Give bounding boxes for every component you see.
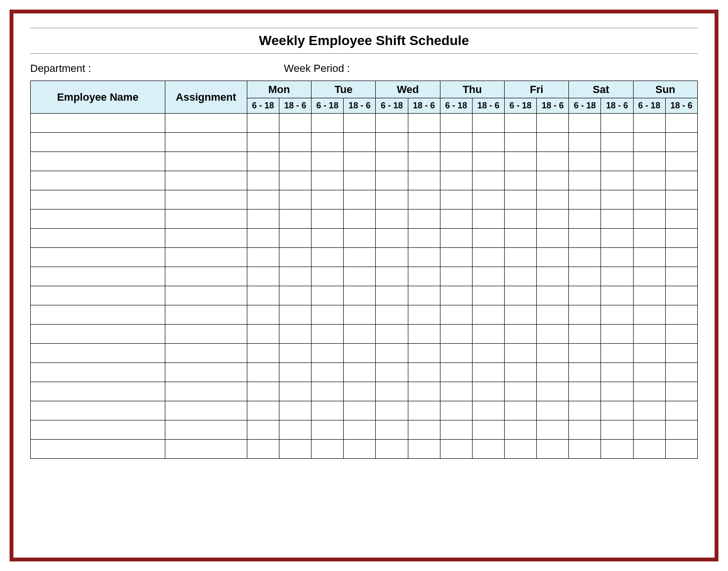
table-cell[interactable] xyxy=(344,152,376,171)
table-cell[interactable] xyxy=(31,190,165,210)
table-cell[interactable] xyxy=(165,286,247,305)
table-cell[interactable] xyxy=(344,382,376,401)
table-cell[interactable] xyxy=(31,420,165,440)
table-cell[interactable] xyxy=(665,229,697,248)
table-cell[interactable] xyxy=(344,190,376,210)
table-cell[interactable] xyxy=(601,420,633,440)
table-cell[interactable] xyxy=(505,114,537,133)
table-cell[interactable] xyxy=(665,152,697,171)
table-cell[interactable] xyxy=(247,114,279,133)
table-cell[interactable] xyxy=(537,344,569,363)
table-cell[interactable] xyxy=(537,248,569,267)
table-cell[interactable] xyxy=(376,114,408,133)
table-cell[interactable] xyxy=(537,190,569,210)
table-cell[interactable] xyxy=(408,114,440,133)
table-cell[interactable] xyxy=(472,133,504,152)
table-cell[interactable] xyxy=(505,152,537,171)
table-cell[interactable] xyxy=(312,286,344,305)
table-cell[interactable] xyxy=(665,363,697,382)
table-cell[interactable] xyxy=(440,210,472,229)
table-cell[interactable] xyxy=(633,190,665,210)
table-cell[interactable] xyxy=(279,171,311,190)
table-cell[interactable] xyxy=(665,305,697,325)
table-cell[interactable] xyxy=(279,229,311,248)
table-cell[interactable] xyxy=(376,344,408,363)
table-cell[interactable] xyxy=(665,382,697,401)
table-cell[interactable] xyxy=(665,325,697,344)
table-cell[interactable] xyxy=(633,286,665,305)
table-cell[interactable] xyxy=(247,286,279,305)
table-cell[interactable] xyxy=(344,440,376,459)
table-cell[interactable] xyxy=(440,171,472,190)
table-cell[interactable] xyxy=(440,401,472,420)
table-cell[interactable] xyxy=(472,286,504,305)
table-cell[interactable] xyxy=(601,382,633,401)
table-cell[interactable] xyxy=(472,229,504,248)
table-cell[interactable] xyxy=(601,114,633,133)
table-cell[interactable] xyxy=(633,229,665,248)
table-cell[interactable] xyxy=(165,420,247,440)
table-cell[interactable] xyxy=(472,171,504,190)
table-cell[interactable] xyxy=(601,133,633,152)
table-cell[interactable] xyxy=(569,344,601,363)
table-cell[interactable] xyxy=(165,363,247,382)
table-cell[interactable] xyxy=(537,420,569,440)
table-cell[interactable] xyxy=(472,382,504,401)
table-cell[interactable] xyxy=(408,382,440,401)
table-cell[interactable] xyxy=(279,344,311,363)
table-cell[interactable] xyxy=(505,401,537,420)
table-cell[interactable] xyxy=(505,229,537,248)
table-cell[interactable] xyxy=(569,363,601,382)
table-cell[interactable] xyxy=(472,440,504,459)
table-cell[interactable] xyxy=(472,325,504,344)
table-cell[interactable] xyxy=(472,363,504,382)
table-cell[interactable] xyxy=(472,305,504,325)
table-cell[interactable] xyxy=(31,267,165,286)
table-cell[interactable] xyxy=(31,114,165,133)
table-cell[interactable] xyxy=(31,286,165,305)
table-cell[interactable] xyxy=(312,229,344,248)
table-cell[interactable] xyxy=(601,440,633,459)
table-cell[interactable] xyxy=(408,305,440,325)
table-cell[interactable] xyxy=(440,229,472,248)
table-cell[interactable] xyxy=(633,420,665,440)
table-cell[interactable] xyxy=(665,210,697,229)
table-cell[interactable] xyxy=(569,420,601,440)
table-cell[interactable] xyxy=(247,401,279,420)
table-cell[interactable] xyxy=(665,133,697,152)
table-cell[interactable] xyxy=(633,382,665,401)
table-cell[interactable] xyxy=(376,401,408,420)
table-cell[interactable] xyxy=(505,440,537,459)
table-cell[interactable] xyxy=(376,420,408,440)
table-cell[interactable] xyxy=(165,114,247,133)
table-cell[interactable] xyxy=(505,420,537,440)
table-cell[interactable] xyxy=(165,382,247,401)
table-cell[interactable] xyxy=(408,286,440,305)
table-cell[interactable] xyxy=(569,440,601,459)
table-cell[interactable] xyxy=(505,286,537,305)
table-cell[interactable] xyxy=(505,133,537,152)
table-cell[interactable] xyxy=(376,305,408,325)
table-cell[interactable] xyxy=(472,401,504,420)
table-cell[interactable] xyxy=(440,286,472,305)
table-cell[interactable] xyxy=(569,229,601,248)
table-cell[interactable] xyxy=(165,248,247,267)
table-cell[interactable] xyxy=(312,440,344,459)
table-cell[interactable] xyxy=(440,248,472,267)
table-cell[interactable] xyxy=(537,440,569,459)
table-cell[interactable] xyxy=(537,171,569,190)
table-cell[interactable] xyxy=(569,190,601,210)
table-cell[interactable] xyxy=(665,420,697,440)
table-cell[interactable] xyxy=(344,401,376,420)
table-cell[interactable] xyxy=(165,401,247,420)
table-cell[interactable] xyxy=(376,229,408,248)
table-cell[interactable] xyxy=(344,305,376,325)
table-cell[interactable] xyxy=(312,114,344,133)
table-cell[interactable] xyxy=(633,210,665,229)
table-cell[interactable] xyxy=(408,248,440,267)
table-cell[interactable] xyxy=(376,248,408,267)
table-cell[interactable] xyxy=(569,401,601,420)
table-cell[interactable] xyxy=(440,344,472,363)
table-cell[interactable] xyxy=(440,305,472,325)
table-cell[interactable] xyxy=(279,305,311,325)
